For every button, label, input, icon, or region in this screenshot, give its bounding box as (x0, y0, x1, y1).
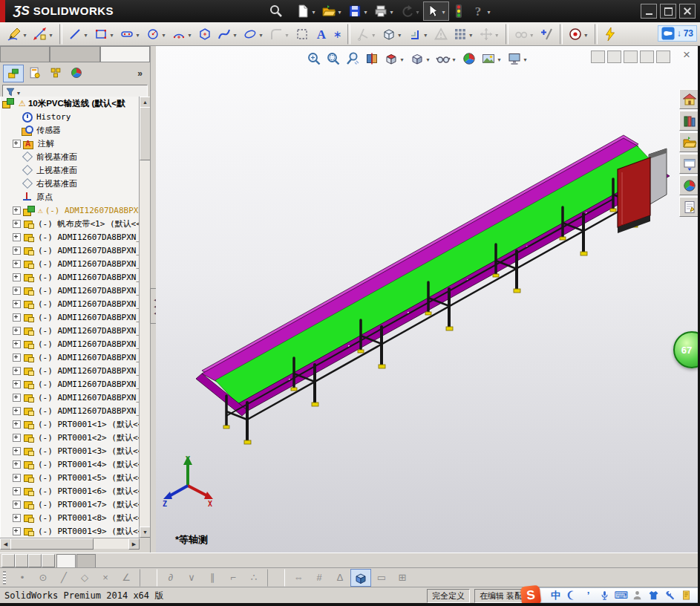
zoom-fit-button[interactable] (304, 49, 324, 68)
tree-item[interactable]: (-) ADMI12607DA8BPXN_2< (1, 351, 140, 364)
expand-toggle-icon[interactable] (13, 514, 21, 522)
display-relations-button[interactable] (511, 24, 537, 45)
perpendicular-snap-button[interactable]: ⌐ (223, 569, 243, 587)
zoom-area-button[interactable] (324, 49, 343, 68)
ime-keyboard-button[interactable]: ⌨ (615, 589, 627, 602)
expand-toggle-icon[interactable] (13, 233, 21, 241)
tree-item[interactable]: (-) ADMI12607DA8BPXN_2< (1, 257, 140, 270)
construction-geometry-button[interactable] (292, 24, 312, 45)
custom-properties-button[interactable] (679, 197, 700, 217)
tree-item[interactable]: (-) ADMI12607DA8BPXN_2< (1, 297, 140, 310)
child-restore-button[interactable] (640, 50, 654, 63)
new-document-button[interactable] (293, 1, 319, 21)
corner-rectangle-button[interactable] (91, 24, 117, 45)
pane-button[interactable]: ▭ (371, 569, 392, 587)
ime-punctuation-toggle[interactable]: ’ (582, 589, 595, 602)
maximize-button[interactable] (660, 4, 676, 19)
expand-toggle-icon[interactable] (13, 206, 21, 215)
separator[interactable] (267, 569, 285, 587)
scroll-left-icon[interactable]: ◀ (0, 538, 11, 550)
scrollbar-thumb[interactable] (140, 107, 151, 160)
tree-item[interactable]: ⚠ 10米PVC输送线 (默认<默 (1, 97, 140, 110)
tree-item[interactable]: 传感器 (1, 123, 140, 137)
featuremanager-tab[interactable] (3, 65, 24, 82)
tree-item[interactable]: 前视基准面 (1, 150, 140, 163)
separator[interactable] (347, 24, 350, 45)
tree-item[interactable]: History (1, 110, 140, 123)
prev-tab-button[interactable] (15, 554, 28, 567)
tree-item[interactable]: 原点 (1, 190, 140, 203)
tree-item[interactable]: (-) ADMI12607DA8BPXN_2< (1, 310, 140, 324)
tree-item[interactable]: 右视基准面 (1, 177, 140, 190)
toolbar-drag-handle[interactable] (3, 571, 6, 584)
expand-toggle-icon[interactable] (13, 501, 21, 509)
hide-show-items-button[interactable] (434, 49, 459, 68)
tree-item[interactable]: (-) PRT0001<6> (默认<<默 (1, 484, 140, 498)
point-snap-button[interactable]: • (12, 569, 33, 587)
expand-toggle-icon[interactable] (13, 273, 21, 281)
tree-item[interactable]: (-) PRT0001<9> (默认<<默 (1, 524, 140, 538)
grid-snap-button[interactable]: # (309, 569, 330, 587)
ime-skin-button[interactable] (647, 589, 660, 602)
polygon-button[interactable] (195, 24, 215, 45)
section-view-button[interactable] (362, 49, 382, 68)
tree-vertical-scrollbar[interactable]: ▲ ▼ (139, 97, 150, 538)
child-close-button[interactable] (656, 50, 670, 63)
expand-panel-chevron[interactable]: » (137, 68, 147, 79)
design-library-button[interactable] (679, 111, 700, 131)
tree-item[interactable]: ⚠ (-) ADMI12607DA8BPXN (1, 203, 140, 217)
tree-item[interactable]: 注解 (1, 137, 140, 150)
search-icon[interactable] (266, 1, 286, 21)
expand-toggle-icon[interactable] (13, 380, 21, 388)
expand-toggle-icon[interactable] (13, 367, 21, 375)
ime-voice-button[interactable] (598, 589, 611, 602)
tree-item[interactable]: (-) ADMI12607DA8BPXN_2< (1, 270, 140, 284)
expand-toggle-icon[interactable] (13, 460, 21, 469)
separator[interactable] (506, 24, 508, 45)
rapid-sketch-button[interactable] (601, 24, 620, 45)
undo-button[interactable] (397, 1, 423, 21)
expand-toggle-icon[interactable] (13, 354, 21, 362)
scrollbar-thumb[interactable] (10, 538, 94, 550)
scroll-down-icon[interactable]: ▼ (140, 527, 151, 538)
nearest-snap-button[interactable]: ∴ (243, 569, 264, 587)
expand-toggle-icon[interactable] (13, 340, 21, 348)
tree-item[interactable]: 上视基准面 (1, 163, 140, 177)
expand-toggle-icon[interactable] (13, 313, 21, 322)
tree-item[interactable]: (-) ADMI12607DA8BPXN_2< (1, 404, 140, 417)
expand-toggle-icon[interactable] (13, 394, 21, 402)
trim-entities-button[interactable] (353, 24, 379, 45)
ellipse-button[interactable] (241, 24, 266, 45)
expand-toggle-icon[interactable] (13, 434, 21, 442)
separator[interactable] (59, 24, 62, 45)
scroll-right-icon[interactable]: ▶ (128, 538, 140, 550)
view-settings-button[interactable] (505, 49, 531, 68)
propertymanager-tab[interactable] (25, 65, 45, 81)
tree-item[interactable]: (-) PRT0001<5> (默认<<默 (1, 471, 140, 484)
dock-right-button[interactable] (607, 50, 621, 63)
menu-help[interactable] (249, 8, 265, 14)
separator[interactable] (140, 569, 157, 587)
filter-dropdown-icon[interactable] (17, 87, 20, 97)
conveyor-model[interactable] (156, 46, 700, 553)
open-button[interactable] (319, 1, 345, 21)
first-tab-button[interactable] (1, 554, 15, 567)
ime-chinese-toggle[interactable]: 中 (549, 589, 562, 602)
move-entities-button[interactable] (477, 24, 503, 45)
tree-item[interactable]: (-) ADMI12607DA8BPXN_2< (1, 230, 140, 244)
smart-dimension-button[interactable] (30, 24, 56, 45)
circle-button[interactable] (143, 24, 169, 45)
tree-item[interactable]: (-) ADMI12607DA8BPXN_2< (1, 284, 140, 297)
expand-toggle-icon[interactable] (13, 287, 21, 295)
expand-toggle-icon[interactable] (13, 327, 21, 335)
tab-assembly[interactable] (0, 46, 50, 62)
centerpoint-arc-button[interactable] (169, 24, 195, 45)
tree-item[interactable]: (-) PRT0001<4> (默认<<默 (1, 457, 140, 471)
tree-item[interactable]: (-) ADMI12607DA8BPXN_2< (1, 324, 140, 337)
tree-item[interactable]: (-) ADMI12607DA8BPXN_2< (1, 337, 140, 351)
expand-toggle-icon[interactable] (13, 407, 21, 415)
convert-entities-button[interactable] (379, 24, 405, 45)
line-button[interactable] (65, 24, 91, 45)
display-style-button[interactable] (408, 49, 434, 68)
performance-indicator[interactable]: ↓ 73 (658, 25, 697, 42)
